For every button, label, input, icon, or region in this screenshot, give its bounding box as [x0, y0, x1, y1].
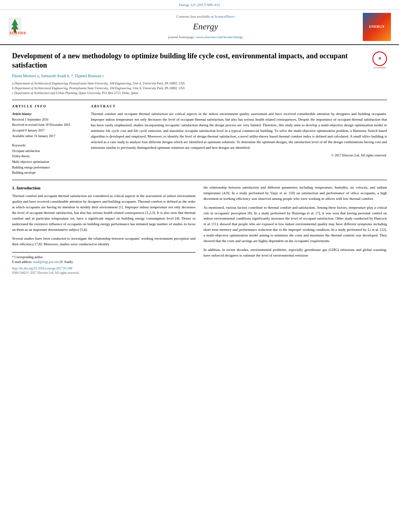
available-date: Available online 16 January 2017: [12, 134, 84, 139]
citation-text: Energy 121 (2017) 606–615: [179, 3, 220, 7]
crossmark: ✕ CrossMark: [372, 51, 387, 70]
footer-divider: * Corresponding author. E-mail address: …: [12, 252, 195, 275]
keyword-5: Building envelope: [12, 170, 84, 176]
body-para-4: As mentioned, various factors contribute…: [204, 205, 387, 244]
svg-rect-4: [14, 29, 16, 33]
article-title-section: Development of a new methodology to opti…: [12, 51, 387, 101]
revised-date: Received in revised form 18 November 201…: [12, 122, 84, 128]
journal-header: ELSEVIER Contents lists available at Sci…: [0, 10, 399, 45]
email-note: E-mail address: asadi@engr.psu.edu (S. A…: [12, 260, 195, 265]
keywords-section: Keywords: Occupant satisfaction Utility-…: [12, 143, 84, 176]
section1-title: 1. Introduction: [12, 185, 195, 191]
history-label: Article history:: [12, 111, 84, 117]
article-content: Development of a new methodology to opti…: [0, 45, 399, 281]
email-link[interactable]: asadi@engr.psu.edu: [33, 260, 59, 264]
elsevier-logo: ELSEVIER: [8, 14, 40, 40]
article-info: ARTICLE INFO Article history: Received 1…: [12, 104, 84, 175]
article-history: Article history: Received 1 September 20…: [12, 111, 84, 139]
affiliation-c: c Department of Architecture and Urban P…: [12, 91, 366, 96]
affiliation-b: b Department of Architectural Engineerin…: [12, 86, 366, 91]
abstract-section: ABSTRACT Thermal comfort and occupant th…: [91, 104, 387, 175]
accepted-date: Accepted 9 January 2017: [12, 128, 84, 134]
body-para-1: Thermal comfort and occupant thermal sat…: [12, 193, 195, 233]
authors: Ehsan Mostavi a, Somayeh Asadi b, *, Dja…: [12, 73, 366, 79]
keyword-4: Building energy performance: [12, 165, 84, 170]
body-para-2: Several studies have been conducted to i…: [12, 236, 195, 247]
keyword-3: Multi-objective optimization: [12, 159, 84, 165]
top-citation-bar: Energy 121 (2017) 606–615: [0, 0, 399, 10]
svg-text:ELSEVIER: ELSEVIER: [10, 31, 26, 35]
abstract-text: Thermal comfort and occupant thermal sat…: [91, 111, 387, 151]
sciencedirect-text: Contents lists available at ScienceDirec…: [48, 14, 363, 19]
journal-title: Energy: [48, 21, 363, 33]
body-section: 1. Introduction Thermal comfort and occu…: [12, 185, 387, 275]
crossmark-label: CrossMark: [372, 66, 387, 70]
abstract-header: ABSTRACT: [91, 104, 387, 109]
crossmark-icon: ✕: [372, 51, 387, 66]
affiliations: a Department of Architectural Engineerin…: [12, 81, 366, 96]
received-date: Received 1 September 2016: [12, 117, 84, 123]
article-title: Development of a new methodology to opti…: [12, 51, 366, 70]
homepage-text: journal homepage: www.elsevier.com/locat…: [48, 35, 363, 40]
article-title-text: Development of a new methodology to opti…: [12, 51, 366, 96]
journal-center: Contents lists available at ScienceDirec…: [48, 14, 363, 40]
body-left-col: 1. Introduction Thermal comfort and occu…: [12, 185, 195, 275]
homepage-link[interactable]: www.elsevier.com/locate/energy: [196, 35, 243, 39]
keyword-2: Utility-theory: [12, 154, 84, 159]
article-info-header: ARTICLE INFO: [12, 104, 84, 109]
energy-logo: ENERGY: [363, 13, 391, 41]
body-right-col: the relationship between satisfaction an…: [204, 185, 387, 275]
page: Energy 121 (2017) 606–615 ELSEVIER Conte…: [0, 0, 399, 532]
keyword-1: Occupant satisfaction: [12, 148, 84, 154]
sciencedirect-link[interactable]: ScienceDirect: [214, 14, 234, 18]
corresponding-note: * Corresponding author.: [12, 255, 195, 260]
body-para-5: In addition, in recent decades, environm…: [204, 247, 387, 259]
body-para-3: the relationship between satisfaction an…: [204, 185, 387, 202]
affiliation-a: a Department of Architectural Engineerin…: [12, 81, 366, 86]
keywords-label: Keywords:: [12, 143, 84, 148]
doi-link[interactable]: http://dx.doi.org/10.1016/j.energy.2017.…: [12, 266, 195, 271]
copyright: © 2017 Elsevier Ltd. All rights reserved…: [91, 153, 387, 158]
article-info-abstract: ARTICLE INFO Article history: Received 1…: [12, 104, 387, 180]
issn-text: 0360-5442/© 2017 Elsevier Ltd. All right…: [12, 271, 195, 275]
